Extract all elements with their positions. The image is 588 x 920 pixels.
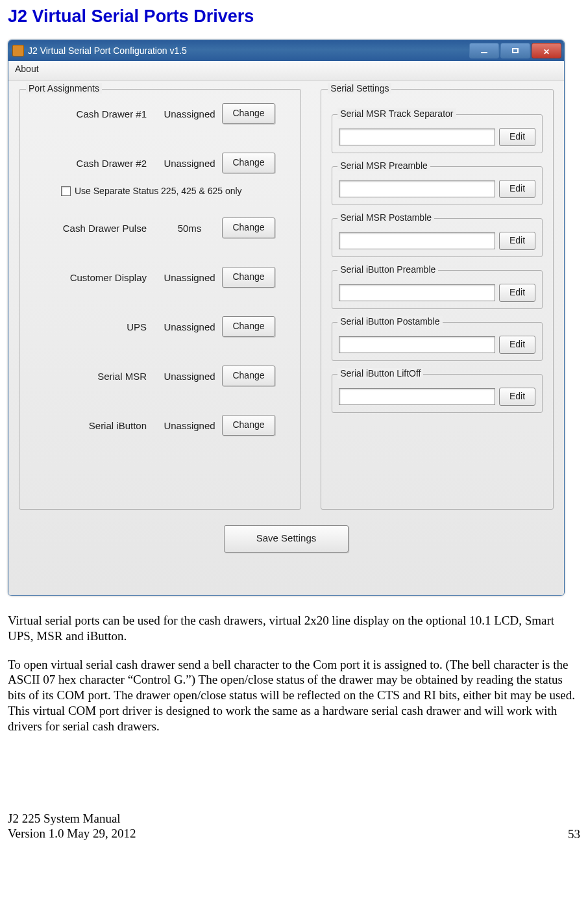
- save-settings-button[interactable]: Save Settings: [224, 525, 349, 553]
- edit-button[interactable]: Edit: [499, 336, 535, 354]
- change-button[interactable]: Change: [222, 366, 275, 386]
- change-button[interactable]: Change: [222, 103, 275, 124]
- port-value: Unassigned: [157, 108, 222, 119]
- body-text: Virtual serial ports can be used for the…: [8, 613, 580, 734]
- window-title: J2 Virtual Serial Port Configuration v1.…: [28, 45, 187, 56]
- paragraph-2: To open virtual serial cash drawer send …: [8, 657, 580, 734]
- port-row-serial-ibutton: Serial iButton Unassigned Change: [30, 413, 290, 438]
- checkbox-label: Use Separate Status 225, 425 & 625 only: [75, 186, 242, 196]
- serial-ibutton-preamble: Serial iButton Preamble Edit: [332, 270, 543, 309]
- sub-legend: Serial MSR Track Separator: [337, 108, 456, 119]
- sub-legend: Serial MSR Preamble: [337, 160, 430, 171]
- group-serial-legend: Serial Settings: [328, 83, 391, 93]
- port-label: Serial MSR: [30, 371, 157, 382]
- port-value: Unassigned: [157, 272, 222, 283]
- menu-about[interactable]: About: [15, 64, 39, 74]
- page-number: 53: [568, 827, 580, 841]
- minimize-button[interactable]: [469, 43, 499, 58]
- edit-button[interactable]: Edit: [499, 180, 535, 198]
- close-icon: [543, 45, 550, 56]
- text-input[interactable]: [339, 388, 495, 405]
- port-value: Unassigned: [157, 371, 222, 382]
- port-value: Unassigned: [157, 321, 222, 332]
- port-row-cash-drawer-2: Cash Drawer #2 Unassigned Change: [30, 151, 290, 175]
- port-row-customer-display: Customer Display Unassigned Change: [30, 265, 290, 290]
- change-button[interactable]: Change: [222, 316, 275, 337]
- port-label: Cash Drawer #2: [30, 158, 157, 169]
- port-label: Cash Drawer #1: [30, 108, 157, 119]
- port-row-ups: UPS Unassigned Change: [30, 314, 290, 339]
- sub-legend: Serial iButton Preamble: [337, 264, 438, 275]
- paragraph-1: Virtual serial ports can be used for the…: [8, 613, 580, 644]
- serial-msr-preamble: Serial MSR Preamble Edit: [332, 166, 543, 205]
- edit-button[interactable]: Edit: [499, 388, 535, 406]
- footer-version: Version 1.0 May 29, 2012: [8, 827, 136, 841]
- edit-button[interactable]: Edit: [499, 232, 535, 250]
- edit-button[interactable]: Edit: [499, 128, 535, 146]
- app-window: J2 Virtual Serial Port Configuration v1.…: [8, 40, 565, 596]
- port-value: Unassigned: [157, 158, 222, 169]
- port-row-pulse: Cash Drawer Pulse 50ms Change: [30, 216, 290, 240]
- serial-ibutton-liftoff: Serial iButton LiftOff Edit: [332, 374, 543, 413]
- separate-status-checkbox-row: Use Separate Status 225, 425 & 625 only: [61, 186, 290, 196]
- app-icon: [12, 45, 24, 56]
- port-row-cash-drawer-1: Cash Drawer #1 Unassigned Change: [30, 101, 290, 126]
- maximize-button[interactable]: [500, 43, 530, 58]
- text-input[interactable]: [339, 180, 495, 197]
- client-area: Port Assignments Cash Drawer #1 Unassign…: [8, 81, 564, 595]
- group-serial-settings: Serial Settings Serial MSR Track Separat…: [321, 89, 554, 510]
- page-footer: J2 225 System Manual Version 1.0 May 29,…: [8, 812, 580, 841]
- minimize-icon: [481, 52, 487, 53]
- sub-legend: Serial iButton Postamble: [337, 316, 442, 327]
- serial-ibutton-postamble: Serial iButton Postamble Edit: [332, 322, 543, 361]
- change-button[interactable]: Change: [222, 267, 275, 288]
- page-heading: J2 Virtual Serial Ports Drivers: [8, 6, 580, 27]
- edit-button[interactable]: Edit: [499, 284, 535, 302]
- change-button[interactable]: Change: [222, 218, 275, 238]
- port-label: UPS: [30, 321, 157, 332]
- change-button[interactable]: Change: [222, 153, 275, 173]
- serial-msr-track-separator: Serial MSR Track Separator Edit: [332, 114, 543, 153]
- group-port-legend: Port Assignments: [26, 83, 102, 93]
- separate-status-checkbox[interactable]: [61, 186, 71, 196]
- menubar: About: [8, 61, 564, 81]
- close-button[interactable]: [532, 43, 561, 58]
- port-label: Customer Display: [30, 272, 157, 283]
- titlebar: J2 Virtual Serial Port Configuration v1.…: [8, 40, 564, 61]
- change-button[interactable]: Change: [222, 415, 275, 436]
- text-input[interactable]: [339, 336, 495, 353]
- port-value: 50ms: [157, 223, 222, 234]
- port-label: Serial iButton: [30, 420, 157, 431]
- port-label: Cash Drawer Pulse: [30, 223, 157, 234]
- port-row-serial-msr: Serial MSR Unassigned Change: [30, 364, 290, 388]
- text-input[interactable]: [339, 232, 495, 249]
- group-port-assignments: Port Assignments Cash Drawer #1 Unassign…: [19, 89, 301, 510]
- text-input[interactable]: [339, 284, 495, 301]
- sub-legend: Serial MSR Postamble: [337, 212, 434, 223]
- maximize-icon: [512, 48, 519, 53]
- text-input[interactable]: [339, 129, 495, 145]
- sub-legend: Serial iButton LiftOff: [337, 368, 423, 379]
- port-value: Unassigned: [157, 420, 222, 431]
- serial-msr-postamble: Serial MSR Postamble Edit: [332, 218, 543, 257]
- footer-manual-title: J2 225 System Manual: [8, 812, 136, 827]
